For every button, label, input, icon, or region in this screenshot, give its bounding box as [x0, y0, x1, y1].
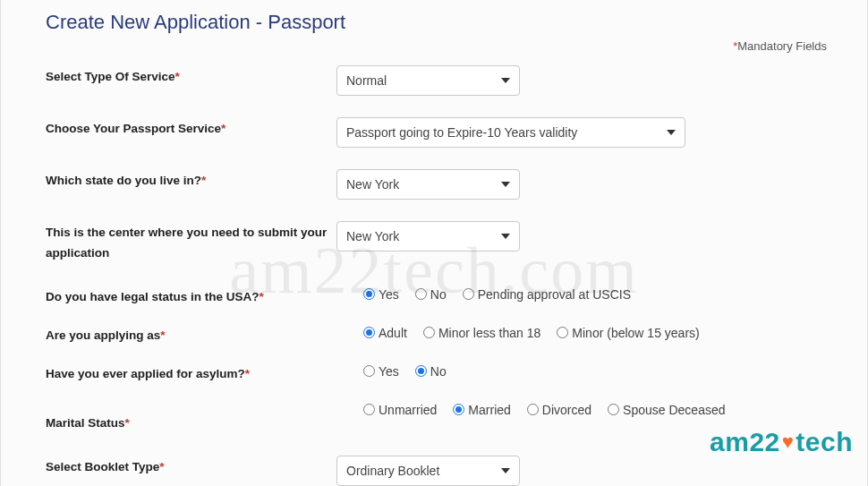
radio-option[interactable]: No: [415, 364, 447, 379]
radio-group-legal-status: YesNoPending approval at USCIS: [363, 286, 831, 302]
label-passport-service: Choose Your Passport Service*: [46, 114, 336, 140]
radio-icon: [363, 327, 375, 338]
radio-icon: [423, 327, 435, 338]
radio-label: Pending approval at USCIS: [478, 287, 631, 302]
radio-label: Spouse Deceased: [623, 403, 725, 417]
radio-icon: [557, 327, 568, 338]
radio-option[interactable]: Yes: [363, 287, 399, 302]
label-center: This is the center where you need to sub…: [46, 217, 336, 264]
radio-option[interactable]: No: [415, 287, 447, 302]
radio-label: Unmarried: [379, 403, 437, 417]
label-legal-status: Do you have legal status in the USA?*: [46, 282, 336, 308]
radio-icon: [363, 404, 375, 415]
radio-option[interactable]: Yes: [363, 364, 399, 379]
radio-icon: [415, 288, 427, 300]
radio-label: Married: [468, 403, 510, 417]
radio-label: No: [430, 287, 447, 302]
radio-option[interactable]: Pending approval at USCIS: [463, 287, 631, 302]
radio-label: Yes: [379, 364, 399, 379]
radio-option[interactable]: Minor (below 15 years): [557, 326, 699, 340]
radio-label: Minor (below 15 years): [572, 326, 699, 340]
label-service-type: Select Type Of Service*: [46, 62, 336, 88]
label-state: Which state do you live in?*: [46, 166, 336, 192]
radio-icon: [363, 365, 375, 377]
application-form: Create New Application - Passport *Manda…: [1, 0, 867, 486]
brand-logo: am22♥tech: [710, 427, 853, 457]
radio-option[interactable]: Adult: [363, 326, 407, 340]
heart-icon: ♥: [780, 431, 796, 453]
select-service-type[interactable]: Normal: [336, 65, 520, 96]
radio-group-asylum: YesNo: [363, 362, 831, 379]
radio-icon: [363, 288, 375, 300]
radio-group-marital: UnmarriedMarriedDivorcedSpouse Deceased: [363, 401, 831, 417]
select-state[interactable]: New York: [336, 169, 520, 200]
radio-option[interactable]: Unmarried: [363, 403, 437, 417]
radio-option[interactable]: Divorced: [527, 403, 591, 417]
radio-icon: [415, 365, 427, 377]
mandatory-fields-note: *Mandatory Fields: [46, 39, 831, 53]
radio-label: Divorced: [542, 403, 591, 417]
radio-label: Yes: [379, 287, 399, 302]
label-booklet-type: Select Booklet Type*: [46, 452, 336, 478]
radio-group-applying-as: AdultMinor less than 18Minor (below 15 y…: [363, 324, 831, 340]
radio-icon: [463, 288, 474, 300]
select-booklet-type[interactable]: Ordinary Booklet: [336, 456, 520, 486]
page-title: Create New Application - Passport: [46, 11, 831, 34]
radio-icon: [453, 404, 464, 415]
radio-option[interactable]: Spouse Deceased: [608, 403, 725, 417]
radio-icon: [608, 404, 619, 415]
radio-icon: [527, 404, 539, 415]
label-applying-as: Are you applying as*: [46, 320, 336, 346]
radio-label: Adult: [379, 326, 407, 340]
radio-label: No: [430, 364, 447, 379]
select-passport-service[interactable]: Passport going to Expire-10 Years validi…: [336, 117, 685, 148]
label-marital-status: Marital Status*: [46, 397, 336, 434]
label-asylum: Have you ever applied for asylum?*: [46, 359, 336, 385]
radio-option[interactable]: Minor less than 18: [423, 326, 540, 340]
select-center[interactable]: New York: [336, 221, 520, 252]
radio-label: Minor less than 18: [438, 326, 540, 340]
radio-option[interactable]: Married: [453, 403, 510, 417]
